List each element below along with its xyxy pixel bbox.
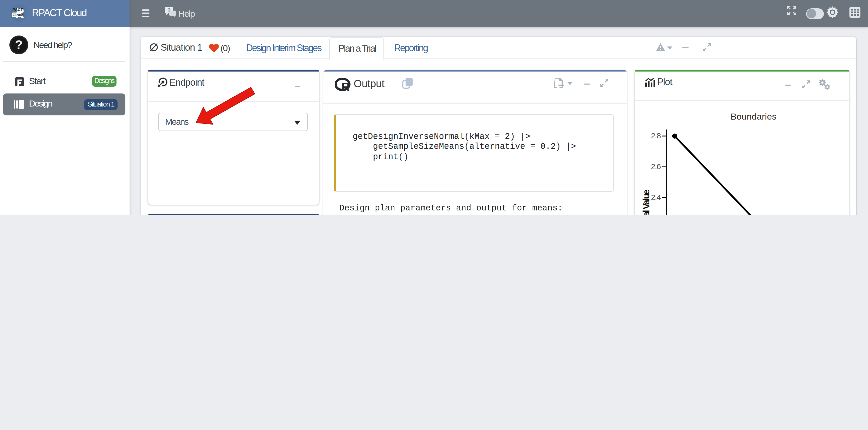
svg-text:PACT: PACT [12, 7, 23, 12]
svg-text:?: ? [167, 7, 170, 13]
svg-text:R: R [341, 80, 350, 93]
svg-text:Cloud: Cloud [12, 12, 24, 17]
